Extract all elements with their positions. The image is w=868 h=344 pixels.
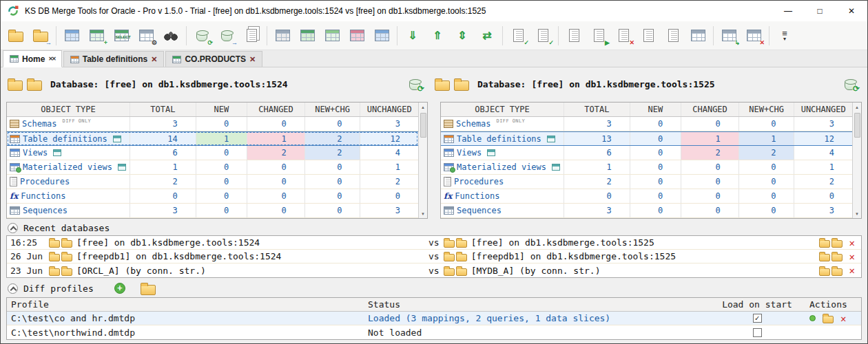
tab-home[interactable]: Home ✕✕ bbox=[3, 50, 62, 67]
scrollbar-thumb[interactable] bbox=[854, 113, 860, 138]
cancel-script-button[interactable]: ✕ bbox=[611, 24, 636, 47]
refresh-right-database-button[interactable]: ⟳ bbox=[841, 76, 859, 92]
object-row-functions[interactable]: fxFunctions 0 0 0 0 0 bbox=[7, 189, 418, 204]
object-type-link[interactable]: Functions bbox=[21, 191, 65, 201]
load-on-start-checkbox[interactable] bbox=[753, 328, 762, 337]
add-profile-button[interactable]: + bbox=[114, 283, 125, 294]
open-comparison-button[interactable]: → bbox=[28, 24, 53, 47]
object-type-link[interactable]: Table definitions bbox=[457, 134, 541, 144]
data-compare-icon[interactable] bbox=[487, 149, 495, 156]
object-type-link[interactable]: Schemas bbox=[22, 119, 57, 129]
delete-recent-icon[interactable]: ✕ bbox=[849, 252, 855, 261]
data-compare-icon[interactable] bbox=[547, 136, 555, 142]
header-new[interactable]: NEW bbox=[196, 103, 248, 116]
scroll-up-button[interactable]: ▲ bbox=[853, 103, 862, 111]
object-row-functions[interactable]: fxFunctions 0 0 0 0 0 bbox=[441, 189, 852, 204]
run-script-button[interactable]: ▶ bbox=[586, 24, 611, 47]
maximize-button[interactable]: □ bbox=[804, 1, 836, 21]
object-row-procedures[interactable]: Procedures 2 0 0 0 2 bbox=[7, 175, 418, 189]
show-new-rows-button[interactable] bbox=[295, 24, 320, 47]
header-unchanged[interactable]: UNCHANGED bbox=[360, 103, 418, 116]
object-type-link[interactable]: Procedures bbox=[454, 177, 504, 186]
sync-to-right-button[interactable]: ⇑ bbox=[425, 24, 450, 47]
open-database-folder-icon[interactable] bbox=[435, 80, 450, 91]
results-grid-button[interactable] bbox=[685, 24, 710, 47]
header-object-type[interactable]: OBJECT TYPE bbox=[7, 103, 130, 116]
header-newchg[interactable]: NEW+CHG bbox=[739, 103, 795, 116]
close-tab-icon[interactable]: ✕ bbox=[249, 56, 256, 63]
object-row-views[interactable]: Views 6 0 2 2 4 bbox=[7, 146, 418, 160]
object-row-views[interactable]: Views 6 0 2 2 4 bbox=[441, 146, 852, 160]
header-changed[interactable]: CHANGED bbox=[681, 103, 739, 116]
scroll-up-button[interactable]: ▲ bbox=[419, 103, 428, 111]
header-unchanged[interactable]: UNCHANGED bbox=[794, 103, 852, 116]
open-database-folder-icon[interactable] bbox=[454, 80, 469, 91]
header-total[interactable]: TOTAL bbox=[564, 103, 630, 116]
sync-both-button[interactable]: ⇕ bbox=[450, 24, 475, 47]
show-new-right-rows-button[interactable] bbox=[320, 24, 344, 47]
copy-table-button[interactable] bbox=[59, 24, 84, 47]
data-compare-icon[interactable] bbox=[113, 136, 121, 142]
toolbar-overflow-button[interactable]: ≡▾ bbox=[772, 24, 797, 47]
object-type-link[interactable]: Sequences bbox=[23, 206, 68, 215]
object-type-link[interactable]: Schemas bbox=[456, 119, 491, 129]
collapse-profiles-button[interactable] bbox=[8, 283, 18, 294]
scroll-down-button[interactable]: ▼ bbox=[853, 209, 862, 218]
object-row-sequences[interactable]: Sequences 3 0 0 0 3 bbox=[7, 204, 418, 218]
open-database-folder-icon[interactable] bbox=[27, 80, 42, 91]
data-compare-icon[interactable] bbox=[53, 149, 61, 156]
open-database-folder-icon[interactable] bbox=[8, 80, 23, 91]
object-row-schemas[interactable]: SchemasDIFF ONLY 3 0 0 0 3 bbox=[7, 117, 418, 131]
view-script-button[interactable] bbox=[561, 24, 586, 47]
profile-row[interactable]: C:\test\northwind.dmtdp Not loaded bbox=[7, 325, 861, 339]
scroll-down-button[interactable]: ▼ bbox=[419, 209, 428, 218]
object-row-materialized-views[interactable]: Materialized views 1 0 0 0 1 bbox=[7, 160, 418, 175]
sync-swap-button[interactable]: ⇄ bbox=[475, 24, 499, 47]
load-comparison-icon[interactable] bbox=[819, 237, 843, 248]
delete-recent-icon[interactable]: ✕ bbox=[849, 238, 855, 248]
scrollbar-thumb[interactable] bbox=[420, 113, 426, 138]
right-script-button[interactable] bbox=[661, 24, 685, 47]
header-total[interactable]: TOTAL bbox=[130, 103, 196, 116]
object-type-link[interactable]: Procedures bbox=[20, 177, 70, 186]
header-newchg[interactable]: NEW+CHG bbox=[305, 103, 361, 116]
load-comparison-icon[interactable] bbox=[819, 266, 843, 276]
select-query-button[interactable]: SELECT bbox=[109, 24, 134, 47]
discard-changes-button[interactable]: ✕ bbox=[741, 24, 766, 47]
delete-recent-icon[interactable]: ✕ bbox=[849, 266, 855, 275]
object-type-link[interactable]: Views bbox=[457, 148, 482, 158]
load-comparison-icon[interactable] bbox=[819, 251, 843, 261]
object-type-link[interactable]: Sequences bbox=[457, 206, 502, 215]
object-type-link[interactable]: Materialized views bbox=[457, 162, 546, 172]
show-changed-rows-button[interactable] bbox=[344, 24, 369, 47]
object-row-procedures[interactable]: Procedures 2 0 0 0 2 bbox=[441, 175, 852, 189]
validate-left-script-button[interactable]: ✓ bbox=[506, 24, 530, 47]
object-row-table-definitions[interactable]: Table definitions 13 0 1 1 12 bbox=[441, 131, 852, 146]
recent-database-row[interactable]: 16:25 [free] on db1.ksdbmerge.tools:1524… bbox=[7, 236, 861, 250]
close-button[interactable]: ✕ bbox=[836, 1, 867, 21]
refresh-databases-button[interactable]: ⟳ bbox=[189, 24, 214, 47]
left-script-button[interactable] bbox=[636, 24, 661, 47]
add-table-button[interactable]: + bbox=[84, 24, 109, 47]
recent-database-row[interactable]: 26 Jun [freepdb1] on db1.ksdbmerge.tools… bbox=[7, 250, 861, 264]
delete-profile-icon[interactable]: ✕ bbox=[840, 314, 846, 323]
collapse-recent-button[interactable] bbox=[8, 223, 18, 233]
object-row-sequences[interactable]: Sequences 3 0 0 0 3 bbox=[441, 204, 852, 218]
show-all-rows-button[interactable] bbox=[270, 24, 295, 47]
load-on-start-checkbox[interactable]: ✓ bbox=[753, 314, 762, 323]
open-profile-button[interactable] bbox=[141, 285, 156, 295]
data-compare-icon[interactable] bbox=[118, 164, 126, 171]
object-type-link[interactable]: Views bbox=[23, 148, 48, 158]
open-database-button[interactable] bbox=[3, 24, 28, 47]
tab-co-products[interactable]: CO.PRODUCTS ✕ bbox=[165, 51, 262, 67]
object-type-link[interactable]: Materialized views bbox=[23, 162, 112, 172]
copy-button[interactable] bbox=[239, 24, 264, 47]
validate-right-script-button[interactable]: ✓ bbox=[530, 24, 555, 47]
data-compare-icon[interactable] bbox=[552, 164, 560, 171]
show-unchanged-rows-button[interactable] bbox=[369, 24, 394, 47]
tab-table-definitions[interactable]: Table definitions ✕ bbox=[63, 51, 165, 67]
vertical-scrollbar[interactable]: ▲ ▼ bbox=[852, 103, 861, 218]
header-new[interactable]: NEW bbox=[630, 103, 682, 116]
object-type-link[interactable]: Table definitions bbox=[23, 134, 107, 144]
minimize-button[interactable]: — bbox=[772, 1, 804, 21]
